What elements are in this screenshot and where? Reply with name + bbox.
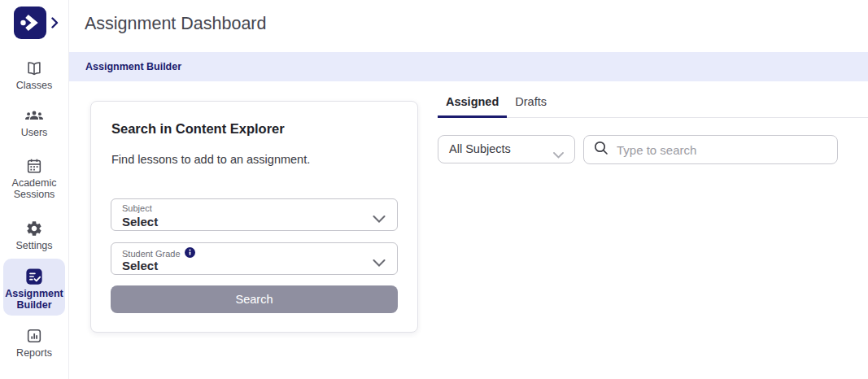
calendar-icon bbox=[0, 157, 68, 175]
sidebar-item-label: Academic Sessions bbox=[0, 178, 68, 200]
all-subjects-value: All Subjects bbox=[449, 136, 511, 163]
sidebar: Classes Users bbox=[0, 0, 69, 379]
bar-chart-icon bbox=[0, 327, 68, 345]
chevron-down-icon bbox=[553, 147, 564, 162]
tab-drafts[interactable]: Drafts bbox=[507, 89, 555, 118]
brand-arrow-icon bbox=[14, 7, 46, 39]
sidebar-item-reports[interactable]: Reports bbox=[0, 327, 68, 359]
search-input[interactable] bbox=[617, 143, 827, 157]
student-grade-select[interactable]: Student Grade Select bbox=[111, 242, 398, 275]
banner-label: Assignment Builder bbox=[85, 52, 181, 81]
sidebar-expand-chevron-icon[interactable] bbox=[51, 17, 59, 32]
content-explorer-card: Search in Content Explorer Find lessons … bbox=[90, 101, 418, 333]
student-grade-select-value: Select bbox=[122, 259, 158, 272]
subject-select-value: Select bbox=[122, 215, 158, 229]
subject-select[interactable]: Subject Select bbox=[111, 198, 398, 231]
card-description: Find lessons to add to an assignment. bbox=[111, 153, 310, 166]
chevron-down-icon bbox=[373, 255, 386, 270]
gear-icon bbox=[0, 220, 68, 237]
assignment-builder-banner: Assignment Builder bbox=[69, 52, 868, 81]
chevron-down-icon bbox=[373, 211, 386, 226]
sidebar-item-classes[interactable]: Classes bbox=[0, 59, 68, 92]
assignment-checklist-icon bbox=[3, 268, 65, 285]
page-title: Assignment Dashboard bbox=[85, 14, 266, 34]
all-subjects-dropdown[interactable]: All Subjects bbox=[438, 135, 575, 163]
sidebar-item-assignment-builder[interactable]: Assignment Builder bbox=[3, 259, 65, 316]
assignments-tabs: Assigned Drafts bbox=[438, 89, 868, 118]
tab-assigned[interactable]: Assigned bbox=[438, 89, 507, 118]
sidebar-item-label: Settings bbox=[0, 241, 68, 252]
book-icon bbox=[0, 59, 68, 77]
search-icon bbox=[594, 141, 608, 159]
sidebar-item-settings[interactable]: Settings bbox=[0, 220, 68, 252]
student-grade-select-label: Student Grade bbox=[122, 249, 181, 259]
assignments-search[interactable] bbox=[583, 135, 838, 164]
sidebar-item-label: Reports bbox=[0, 348, 68, 359]
info-icon[interactable] bbox=[185, 247, 195, 259]
sidebar-item-label: Users bbox=[0, 128, 68, 139]
users-group-icon bbox=[0, 107, 68, 124]
search-button[interactable]: Search bbox=[111, 285, 398, 313]
card-title: Search in Content Explorer bbox=[111, 121, 285, 137]
sidebar-item-label: Assignment Builder bbox=[3, 289, 65, 311]
subject-select-label: Subject bbox=[122, 203, 152, 213]
sidebar-item-users[interactable]: Users bbox=[0, 107, 68, 139]
sidebar-item-label: Classes bbox=[0, 81, 68, 92]
app-logo[interactable] bbox=[14, 7, 46, 39]
sidebar-item-academic-sessions[interactable]: Academic Sessions bbox=[0, 157, 68, 200]
